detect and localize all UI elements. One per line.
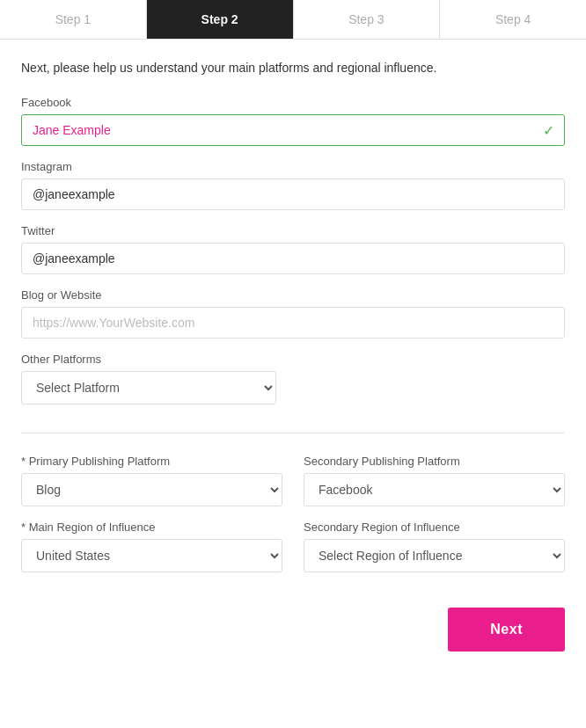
secondary-publishing-label: Secondary Publishing Platform <box>304 455 565 468</box>
blog-input[interactable] <box>21 307 565 339</box>
secondary-region-label: Secondary Region of Influence <box>304 521 565 534</box>
next-button[interactable]: Next <box>448 608 565 652</box>
twitter-input[interactable] <box>21 243 565 274</box>
instagram-label: Instagram <box>21 160 565 173</box>
blog-input-wrapper <box>21 307 565 339</box>
twitter-field-group: Twitter <box>21 224 565 274</box>
other-platforms-label: Other Platforms <box>21 353 565 366</box>
intro-text: Next, please help us understand your mai… <box>21 61 565 75</box>
primary-publishing-col: * Primary Publishing Platform Blog Faceb… <box>21 455 282 506</box>
secondary-publishing-select[interactable]: Select Platform Facebook Blog Instagram … <box>304 473 565 506</box>
bottom-bar: Next <box>0 586 586 673</box>
step-tab-1[interactable]: Step 1 <box>0 0 147 39</box>
main-content: Next, please help us understand your mai… <box>0 40 586 572</box>
step-tab-3[interactable]: Step 3 <box>294 0 441 39</box>
facebook-input[interactable] <box>21 114 565 146</box>
publishing-platforms-row: * Primary Publishing Platform Blog Faceb… <box>21 455 565 506</box>
facebook-field-group: Facebook ✓ <box>21 96 565 146</box>
instagram-field-group: Instagram <box>21 160 565 210</box>
secondary-region-col: Secondary Region of Influence Select Reg… <box>304 521 565 572</box>
blog-label: Blog or Website <box>21 288 565 302</box>
facebook-input-wrapper: ✓ <box>21 114 565 146</box>
step-tab-4[interactable]: Step 4 <box>440 0 586 39</box>
region-row: * Main Region of Influence United States… <box>21 521 565 572</box>
instagram-input-wrapper <box>21 178 565 210</box>
other-platforms-select[interactable]: Select Platform YouTube TikTok Pinterest… <box>21 371 276 404</box>
primary-region-col: * Main Region of Influence United States… <box>21 521 282 572</box>
primary-publishing-select[interactable]: Blog Facebook Instagram Twitter YouTube <box>21 473 282 506</box>
step-tab-2[interactable]: Step 2 <box>147 0 294 39</box>
blog-field-group: Blog or Website <box>21 288 565 339</box>
check-icon: ✓ <box>543 122 554 139</box>
instagram-input[interactable] <box>21 178 565 210</box>
section-divider <box>21 433 565 433</box>
twitter-input-wrapper <box>21 243 565 274</box>
primary-publishing-label: * Primary Publishing Platform <box>21 455 282 468</box>
twitter-label: Twitter <box>21 224 565 237</box>
primary-region-select[interactable]: United States Canada United Kingdom Aust… <box>21 539 282 572</box>
facebook-label: Facebook <box>21 96 565 109</box>
secondary-publishing-col: Secondary Publishing Platform Select Pla… <box>304 455 565 506</box>
step-tabs: Step 1 Step 2 Step 3 Step 4 <box>0 0 586 40</box>
other-platforms-field-group: Other Platforms Select Platform YouTube … <box>21 353 565 404</box>
primary-region-label: * Main Region of Influence <box>21 521 282 534</box>
secondary-region-select[interactable]: Select Region of Influence United States… <box>304 539 565 572</box>
